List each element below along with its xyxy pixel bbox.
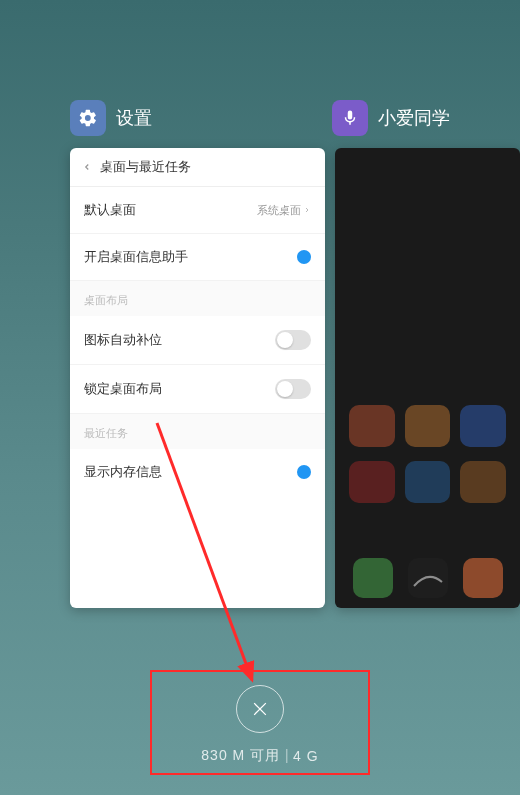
task-card-settings[interactable]: 桌面与最近任务 默认桌面 系统桌面 开启桌面信息助手 桌面布局 图标自动补位 锁… bbox=[70, 148, 325, 608]
gear-icon bbox=[70, 100, 106, 136]
task-header-settings[interactable]: 设置 bbox=[70, 100, 152, 136]
row-info-assistant[interactable]: 开启桌面信息助手 bbox=[70, 234, 325, 281]
home-dock bbox=[335, 558, 520, 598]
row-value: 系统桌面 bbox=[257, 203, 311, 218]
row-label: 默认桌面 bbox=[84, 201, 136, 219]
row-label: 图标自动补位 bbox=[84, 331, 162, 349]
toggle-switch[interactable] bbox=[275, 330, 311, 350]
row-label: 开启桌面信息助手 bbox=[84, 248, 188, 266]
row-auto-fill[interactable]: 图标自动补位 bbox=[70, 316, 325, 365]
task-header-xiaoai[interactable]: 小爱同学 bbox=[332, 100, 450, 136]
toggle-on-icon[interactable] bbox=[297, 250, 311, 264]
app-icon[interactable] bbox=[405, 461, 451, 503]
app-icon[interactable] bbox=[349, 405, 395, 447]
row-label: 显示内存信息 bbox=[84, 463, 162, 481]
app-icon[interactable] bbox=[405, 405, 451, 447]
section-layout: 桌面布局 bbox=[70, 281, 325, 316]
toggle-on-icon[interactable] bbox=[297, 465, 311, 479]
mic-icon bbox=[332, 100, 368, 136]
dock-msg-icon[interactable] bbox=[463, 558, 503, 598]
row-show-memory[interactable]: 显示内存信息 bbox=[70, 449, 325, 495]
clear-all-button[interactable] bbox=[236, 685, 284, 733]
task-card-xiaoai[interactable] bbox=[335, 148, 520, 608]
row-label: 锁定桌面布局 bbox=[84, 380, 162, 398]
task-title-xiaoai: 小爱同学 bbox=[378, 106, 450, 130]
chevron-left-icon[interactable] bbox=[82, 159, 92, 175]
app-icon[interactable] bbox=[349, 461, 395, 503]
divider bbox=[286, 749, 287, 763]
dock-camera-icon[interactable] bbox=[408, 558, 448, 598]
dock-phone-icon[interactable] bbox=[353, 558, 393, 598]
memory-info: 830 M 可用 4 G bbox=[201, 747, 318, 765]
app-icon[interactable] bbox=[460, 461, 506, 503]
close-icon bbox=[250, 699, 270, 719]
memory-total: 4 G bbox=[293, 748, 319, 764]
app-icon[interactable] bbox=[460, 405, 506, 447]
task-title-settings: 设置 bbox=[116, 106, 152, 130]
toggle-switch[interactable] bbox=[275, 379, 311, 399]
panel-title: 桌面与最近任务 bbox=[100, 158, 191, 176]
home-app-grid bbox=[335, 405, 520, 503]
row-default-home[interactable]: 默认桌面 系统桌面 bbox=[70, 187, 325, 234]
section-recent: 最近任务 bbox=[70, 414, 325, 449]
row-lock-layout[interactable]: 锁定桌面布局 bbox=[70, 365, 325, 414]
memory-available: 830 M 可用 bbox=[201, 747, 280, 765]
panel-header[interactable]: 桌面与最近任务 bbox=[70, 148, 325, 187]
